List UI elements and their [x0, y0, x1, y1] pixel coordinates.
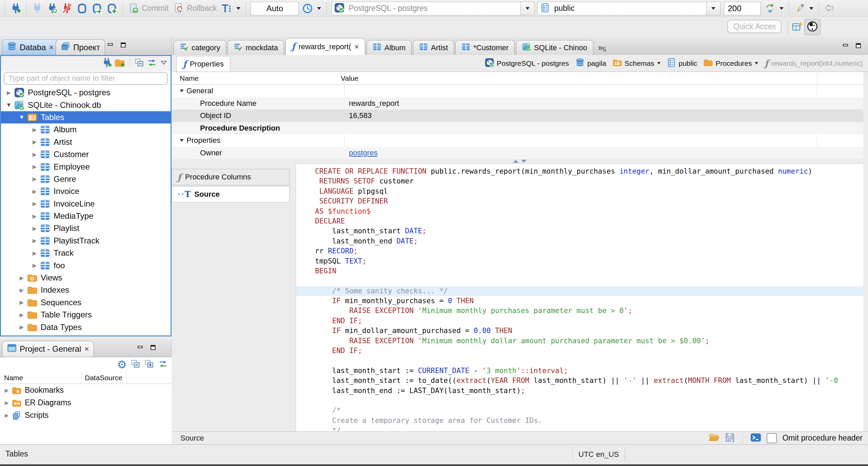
- close-icon[interactable]: ×: [49, 43, 54, 52]
- open-sql-script-icon[interactable]: [90, 1, 104, 16]
- link-with-editor-icon[interactable]: [158, 359, 168, 370]
- tree-item-playlisttrack[interactable]: ▶PlaylistTrack: [1, 235, 171, 247]
- tree-item-track[interactable]: ▶Track: [1, 247, 171, 259]
- chevron-right-icon[interactable]: ▶: [29, 225, 40, 232]
- code-line[interactable]: last_month_start := CURRENT_DATE - '3 mo…: [296, 366, 863, 376]
- splitter-handle[interactable]: [172, 159, 868, 163]
- tree-item-postgresql-postgres[interactable]: ▶PostgreSQL - postgres: [1, 86, 171, 99]
- collapse-all-icon[interactable]: [135, 58, 144, 69]
- property-row-properties[interactable]: Properties: [172, 134, 863, 147]
- code-line[interactable]: LANGUAGE plpgsql: [296, 187, 863, 196]
- maximize-icon[interactable]: [150, 345, 158, 354]
- editor-tab-sqlite-chinoo[interactable]: SQLite - Chinoo: [516, 40, 593, 55]
- disconnect-icon[interactable]: [60, 1, 74, 16]
- code-line[interactable]: IF min_dollar_amount_purchased = 0.00 TH…: [296, 326, 863, 336]
- load-from-file-icon[interactable]: [709, 432, 719, 444]
- settings-gear-icon[interactable]: ⚙: [117, 359, 127, 370]
- grid-header-value[interactable]: Value: [336, 74, 358, 82]
- tree-item-employee[interactable]: ▶Employee: [1, 160, 171, 173]
- breadcrumb-public[interactable]: public: [667, 58, 697, 69]
- chevron-down-icon[interactable]: ▼: [4, 102, 14, 109]
- mock-data-pen-icon[interactable]: [793, 1, 807, 16]
- breadcrumb-rewards-report-int4-numeric[interactable]: ƒrewards_report(int4,numeric): [765, 59, 863, 68]
- code-line[interactable]: AS $function$: [296, 207, 863, 216]
- property-row-owner[interactable]: Ownerpostgres: [172, 147, 863, 159]
- maximize-icon[interactable]: [855, 43, 863, 52]
- project-item-bookmarks[interactable]: ▶Bookmarks: [0, 384, 172, 396]
- chevron-right-icon[interactable]: ▶: [17, 324, 27, 330]
- breadcrumb-procedures[interactable]: Procedures: [704, 58, 758, 69]
- quick-access-input[interactable]: [727, 20, 782, 33]
- tree-item-table-triggers[interactable]: ▶Table Triggers: [1, 309, 171, 321]
- tree-item-foo[interactable]: ▶foo: [1, 259, 171, 271]
- editor-tab-rewards-report[interactable]: ƒrewards_report(×: [285, 38, 365, 55]
- chevron-right-icon[interactable]: ▶: [29, 176, 40, 182]
- breadcrumb-schemas[interactable]: Schemas: [613, 58, 660, 69]
- expand-down-icon[interactable]: [521, 160, 527, 163]
- chevron-down-icon[interactable]: [755, 62, 758, 64]
- chevron-right-icon[interactable]: ▶: [2, 412, 12, 419]
- collapse-all-icon[interactable]: [131, 359, 140, 370]
- locale-indicator[interactable]: en_US: [590, 447, 625, 462]
- breadcrumb-pagila[interactable]: pagila: [575, 58, 606, 69]
- code-line[interactable]: [296, 396, 863, 406]
- chevron-right-icon[interactable]: ▶: [17, 312, 27, 318]
- minimize-icon[interactable]: [842, 43, 850, 52]
- dbeaver-perspective-button[interactable]: [804, 19, 821, 35]
- tree-item-indexes[interactable]: ▶Indexes: [1, 284, 171, 296]
- code-line[interactable]: SECURITY DEFINER: [296, 196, 863, 206]
- chevron-right-icon[interactable]: ▶: [29, 250, 40, 256]
- chevron-right-icon[interactable]: ▶: [17, 275, 27, 281]
- view-menu-chevron-icon[interactable]: [160, 59, 168, 68]
- grid-header-name[interactable]: Name: [172, 74, 336, 82]
- code-line[interactable]: /*: [296, 406, 863, 415]
- save-to-file-icon[interactable]: [725, 432, 735, 444]
- chevron-right-icon[interactable]: ▶: [29, 213, 40, 219]
- code-line[interactable]: END IF;: [296, 316, 863, 326]
- tree-item-tables[interactable]: ▼Tables: [1, 111, 171, 123]
- tab-database-navigator[interactable]: Databa ×: [2, 39, 59, 55]
- tab-properties[interactable]: ƒ Properties: [176, 56, 230, 72]
- tree-item-invoiceline[interactable]: ▶InvoiceLine: [1, 198, 171, 210]
- code-line[interactable]: END IF;: [296, 346, 863, 356]
- subtab-procedure-columns[interactable]: ƒ Procedure Columns: [172, 169, 290, 185]
- code-line[interactable]: [296, 356, 863, 366]
- project-item-er-diagrams[interactable]: ▶ER Diagrams: [0, 396, 172, 409]
- editor-tab-mockdata[interactable]: mockdata: [228, 40, 284, 55]
- chevron-right-icon[interactable]: ▶: [29, 262, 40, 269]
- perspective-icon[interactable]: [792, 21, 803, 33]
- tree-item-data-types[interactable]: ▶Data Types: [1, 321, 171, 333]
- code-line[interactable]: RAISE EXCEPTION 'Minimum monthly purchas…: [296, 306, 863, 316]
- reconnect-icon[interactable]: [45, 1, 59, 16]
- new-connection-icon[interactable]: [9, 1, 22, 16]
- code-line[interactable]: last_month_end := LAST_DAY(last_month_st…: [296, 386, 863, 396]
- new-folder-icon[interactable]: [115, 58, 125, 69]
- commit-mode-combo[interactable]: Auto: [251, 2, 299, 15]
- schema-combo-button[interactable]: [706, 2, 720, 15]
- close-icon[interactable]: ×: [84, 345, 89, 353]
- code-line[interactable]: last_month_start := to_date((extract(YEA…: [296, 376, 863, 386]
- transaction-dropdown-caret[interactable]: [236, 7, 240, 10]
- code-line[interactable]: last_month_end DATE;: [296, 236, 863, 246]
- rollback-button[interactable]: Rollback: [187, 4, 217, 13]
- commit-icon[interactable]: [127, 1, 140, 16]
- transaction-log-icon[interactable]: [301, 1, 314, 16]
- editor-tab-customer[interactable]: *Customer: [455, 40, 515, 55]
- collapse-up-icon[interactable]: [513, 160, 518, 163]
- column-header-datasource[interactable]: DataSource: [81, 372, 127, 384]
- code-line[interactable]: RETURNS SETOF customer: [296, 176, 863, 186]
- sql-editor-icon[interactable]: [75, 1, 89, 16]
- code-line[interactable]: CREATE OR REPLACE FUNCTION public.reward…: [296, 167, 863, 176]
- active-connection-combo[interactable]: PostgreSQL - postgres: [331, 2, 535, 15]
- chevron-right-icon[interactable]: ▶: [2, 387, 12, 393]
- transaction-log-caret[interactable]: [317, 7, 321, 10]
- omit-procedure-header-checkbox[interactable]: [767, 433, 777, 443]
- chevron-down-icon[interactable]: [180, 90, 184, 92]
- code-line[interactable]: Create a temporary storage area for Cust…: [296, 416, 863, 426]
- code-line[interactable]: rr RECORD;: [296, 246, 863, 256]
- link-with-editor-icon[interactable]: [147, 58, 157, 69]
- rollback-icon[interactable]: [172, 1, 185, 16]
- transaction-mode-icon[interactable]: [220, 1, 234, 16]
- connection-combo-button[interactable]: [520, 2, 534, 15]
- active-schema-combo[interactable]: public: [537, 2, 721, 15]
